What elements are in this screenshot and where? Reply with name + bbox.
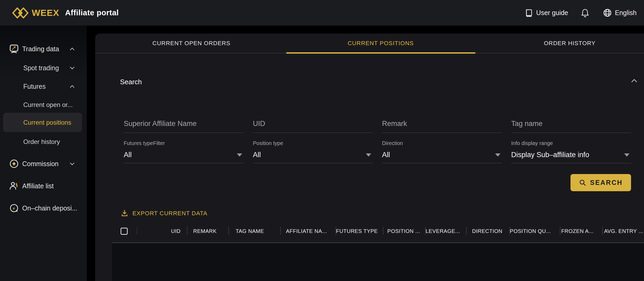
search-icon [579, 179, 586, 186]
search-button[interactable]: SEARCH [571, 174, 631, 191]
dropdown-arrow-icon [237, 153, 242, 157]
column-header-futures-type: FUTURES TYPE [336, 223, 378, 239]
sidebar-item-current-open-orders[interactable]: Current open or... [0, 97, 87, 112]
column-header-uid: UID [171, 223, 181, 239]
tab-order-history[interactable]: ORDER HISTORY [544, 34, 596, 53]
brand: WEEX Affiliate portal [12, 0, 119, 26]
column-header-direction: DIRECTION [472, 223, 503, 239]
column-divider [228, 227, 229, 235]
export-current-data-button[interactable]: EXPORT CURRENT DATA [121, 209, 207, 217]
table-body-empty-area [112, 243, 644, 281]
collapse-search-chevron-icon[interactable] [631, 79, 637, 82]
language-selector[interactable]: English [603, 8, 637, 17]
superior-affiliate-name-input[interactable] [124, 118, 244, 133]
sidebar-item-commission[interactable]: Commission [0, 156, 87, 171]
affiliate-list-icon [9, 181, 19, 191]
sidebar-item-futures[interactable]: Futures [0, 79, 87, 94]
column-header-tag-name: TAG NAME [236, 223, 264, 239]
dropdown-arrow-icon [495, 153, 500, 157]
sidebar-item-affiliate-list[interactable]: Affiliate list [0, 179, 87, 193]
user-guide-button[interactable]: User guide [525, 9, 568, 17]
sidebar-item-order-history[interactable]: Order history [0, 134, 87, 149]
brand-name: WEEX [32, 8, 59, 18]
column-divider [602, 227, 603, 235]
trading-data-icon [9, 44, 19, 54]
column-header-avg-entry: AVG. ENTRY ... [604, 223, 643, 239]
tag-name-input[interactable] [511, 118, 631, 133]
top-bar: WEEX Affiliate portal User guide [0, 0, 644, 26]
column-divider [280, 227, 281, 235]
user-guide-label: User guide [536, 9, 568, 17]
globe-icon [603, 8, 612, 17]
main-panel: CURRENT OPEN ORDERS CURRENT POSITIONS OR… [95, 34, 644, 281]
chevron-down-icon [70, 162, 75, 165]
weex-logo-icon [12, 6, 29, 20]
dropdown-arrow-icon [366, 153, 371, 157]
column-header-position-type: POSITION ... [387, 223, 420, 239]
remark-input[interactable] [382, 118, 502, 133]
sidebar-item-onchain-deposit[interactable]: On–chain deposi... [0, 201, 87, 216]
column-header-position-quantity: POSITION QU... [510, 223, 551, 239]
select-all-checkbox[interactable] [121, 228, 128, 235]
column-header-remark: REMARK [193, 223, 217, 239]
info-display-range-select[interactable]: Info display range Display Sub–affiliate… [511, 140, 631, 163]
search-text-fields [124, 118, 631, 133]
topbar-actions: User guide English [525, 0, 637, 26]
page-title: Affiliate portal [65, 8, 119, 17]
column-divider [187, 227, 187, 235]
chevron-up-icon [70, 85, 75, 88]
onchain-deposit-icon [9, 203, 19, 213]
search-select-fields: Futures typeFilter All Position type All… [124, 140, 631, 163]
column-header-frozen-amount: FROZEN A... [561, 223, 594, 239]
download-icon [121, 209, 128, 217]
column-divider [560, 227, 560, 235]
active-tab-underline [286, 52, 475, 54]
column-divider [466, 227, 467, 235]
column-divider [383, 227, 383, 235]
direction-select[interactable]: Direction All [382, 140, 502, 163]
futures-type-select[interactable]: Futures typeFilter All [124, 140, 244, 163]
sidebar-item-spot-trading[interactable]: Spot trading [0, 60, 87, 75]
chevron-down-icon [70, 67, 75, 69]
language-label: English [615, 9, 637, 17]
uid-input[interactable] [253, 118, 373, 133]
tab-current-open-orders[interactable]: CURRENT OPEN ORDERS [153, 34, 231, 53]
column-divider [137, 227, 137, 235]
table-header-row: UID REMARK TAG NAME AFFILIATE NA... FUTU… [95, 223, 644, 239]
tab-current-positions[interactable]: CURRENT POSITIONS [348, 34, 414, 53]
dropdown-arrow-icon [624, 153, 629, 157]
commission-icon [9, 159, 19, 168]
column-header-leverage: LEVERAGE... [426, 223, 460, 239]
sidebar-item-trading-data[interactable]: Trading data [0, 41, 87, 56]
tab-bar: CURRENT OPEN ORDERS CURRENT POSITIONS OR… [95, 34, 644, 53]
bell-icon [581, 8, 589, 17]
notifications-button[interactable] [581, 8, 589, 17]
column-header-affiliate-name: AFFILIATE NA... [286, 223, 327, 239]
chevron-up-icon [70, 48, 75, 50]
search-section-title: Search [120, 78, 142, 86]
book-icon [525, 9, 533, 17]
sidebar: Trading data Spot trading Futures Curren… [0, 26, 87, 281]
position-type-select[interactable]: Position type All [253, 140, 373, 163]
sidebar-item-current-positions[interactable]: Current positions [3, 113, 82, 132]
